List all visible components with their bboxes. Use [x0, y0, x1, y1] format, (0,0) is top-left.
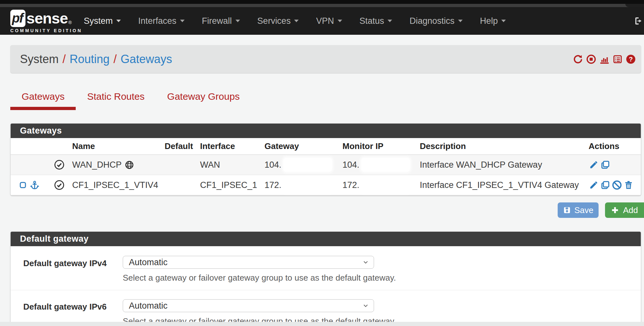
breadcrumb-gateways-link[interactable]: Gateways — [120, 52, 172, 66]
redacted-ip — [361, 178, 410, 192]
window-top-band — [0, 0, 644, 4]
menu-item-help[interactable]: Help — [471, 16, 515, 26]
default-gateway-ipv4-label: Default gateway IPv4 — [11, 256, 107, 283]
pfsense-gateways-page: pf sense ® COMMUNITY EDITION System Inte… — [0, 0, 644, 326]
menu-item-diagnostics[interactable]: Diagnostics — [401, 16, 471, 26]
logo-trademark: ® — [68, 20, 72, 25]
monitor-ip: 172. — [342, 180, 360, 190]
pfsense-logo[interactable]: pf sense ® COMMUNITY EDITION — [10, 9, 82, 33]
gateway-name: WAN_DHCP — [72, 160, 122, 170]
column-gateway: Gateway — [258, 141, 339, 151]
menu-item-system[interactable]: System — [75, 16, 130, 26]
chevron-down-icon — [362, 259, 369, 266]
chevron-down-icon — [362, 302, 369, 309]
chevron-down-icon — [235, 20, 240, 22]
redacted-ip — [284, 158, 332, 172]
page-footer-strip — [0, 322, 644, 326]
table-actions-bar: Save Add — [10, 202, 641, 218]
menu-item-vpn[interactable]: VPN — [307, 16, 351, 26]
copy-icon[interactable] — [600, 160, 610, 170]
anchor-icon — [30, 180, 40, 190]
breadcrumb-separator: / — [113, 52, 117, 66]
stop-circle-icon[interactable] — [586, 54, 596, 64]
edit-icon[interactable] — [589, 180, 599, 190]
gateway-interface: CF1_IPSEC_1 — [197, 180, 258, 190]
gateways-panel: Gateways Name Default Interface Gateway … — [10, 123, 641, 196]
browser-strip — [0, 4, 644, 7]
logo-pf-text: pf — [12, 11, 24, 25]
column-default: Default — [161, 141, 197, 151]
column-name: Name — [70, 141, 161, 151]
top-navbar: pf sense ® COMMUNITY EDITION System Inte… — [0, 7, 644, 35]
globe-icon — [125, 160, 134, 170]
gateway-description: Interface CF1_IPSEC_1_VTIV4 Gateway — [416, 180, 583, 190]
gateway-address: 172. — [264, 180, 282, 190]
delete-icon[interactable] — [623, 180, 634, 190]
table-row: WAN_DHCP WAN 104. 104. Inte — [11, 155, 641, 175]
disable-icon[interactable] — [612, 180, 622, 190]
default-gateway-ipv4-help: Select a gateway or failover gateway gro… — [123, 273, 396, 283]
breadcrumb-routing-link[interactable]: Routing — [70, 52, 110, 66]
column-interface: Interface — [197, 141, 258, 151]
column-actions: Actions — [583, 141, 641, 151]
tab-gateway-groups[interactable]: Gateway Groups — [156, 89, 251, 110]
page-content: System / Routing / Gateways — [10, 45, 641, 326]
row-checkbox-icon[interactable] — [19, 181, 27, 189]
browser-strip-corner — [625, 4, 644, 7]
log-icon[interactable] — [612, 54, 623, 64]
default-gateway-ipv6-select[interactable]: Automatic — [123, 299, 374, 312]
breadcrumb-separator: / — [62, 52, 66, 66]
page-header-icons: ? — [573, 54, 636, 64]
menu-item-firewall[interactable]: Firewall — [193, 16, 249, 26]
add-button[interactable]: Add — [605, 202, 644, 218]
save-icon — [563, 206, 571, 214]
gateway-enabled-icon — [54, 159, 65, 170]
sign-out-icon[interactable] — [633, 16, 643, 26]
menu-item-services[interactable]: Services — [249, 16, 308, 26]
default-gateway-panel: Default gateway Default gateway IPv4 Aut… — [10, 231, 641, 326]
tab-gateways[interactable]: Gateways — [10, 89, 76, 110]
gateway-address: 104. — [264, 160, 282, 170]
breadcrumb: System / Routing / Gateways — [20, 52, 573, 66]
edit-icon[interactable] — [589, 160, 599, 170]
chevron-down-icon — [338, 20, 342, 22]
gateway-name: CF1_IPSEC_1_VTIV4 — [72, 180, 158, 190]
save-button[interactable]: Save — [558, 202, 599, 218]
logo-sense-text: sense — [26, 9, 68, 27]
chevron-down-icon — [180, 20, 185, 22]
default-gateway-ipv4-row: Default gateway IPv4 Automatic Select a … — [11, 246, 641, 290]
chevron-down-icon — [294, 20, 299, 22]
chevron-down-icon — [501, 20, 506, 22]
redacted-ip — [284, 178, 332, 192]
chevron-down-icon — [388, 20, 392, 22]
gateways-panel-title: Gateways — [11, 124, 641, 138]
gateways-table-header: Name Default Interface Gateway Monitor I… — [11, 138, 641, 155]
column-monitor-ip: Monitor IP — [339, 141, 416, 151]
refresh-icon[interactable] — [573, 54, 583, 64]
breadcrumb-bar: System / Routing / Gateways — [10, 45, 641, 73]
help-icon[interactable]: ? — [626, 54, 636, 64]
tab-static-routes[interactable]: Static Routes — [76, 89, 156, 110]
logo-edition-text: COMMUNITY EDITION — [10, 28, 82, 33]
gateway-enabled-icon — [54, 180, 65, 191]
default-gateway-panel-title: Default gateway — [11, 232, 641, 246]
plus-icon — [611, 206, 619, 214]
default-gateway-ipv4-select[interactable]: Automatic — [123, 256, 374, 269]
column-description: Description — [416, 141, 583, 151]
menu-item-status[interactable]: Status — [351, 16, 401, 26]
chevron-down-icon — [458, 20, 463, 22]
copy-icon[interactable] — [600, 180, 610, 190]
default-gateway-ipv6-row: Default gateway IPv6 Automatic Select a … — [11, 290, 641, 326]
main-menu: System Interfaces Firewall Services VPN … — [75, 7, 514, 35]
chart-icon[interactable] — [599, 54, 610, 64]
menu-item-interfaces[interactable]: Interfaces — [130, 16, 193, 26]
table-row: CF1_IPSEC_1_VTIV4 CF1_IPSEC_1 172. 172. … — [11, 175, 641, 195]
svg-text:?: ? — [629, 56, 633, 63]
breadcrumb-system: System — [20, 52, 59, 66]
gateway-interface: WAN — [197, 160, 258, 170]
monitor-ip: 104. — [342, 160, 360, 170]
pfsense-logo-pf-box: pf — [10, 10, 25, 27]
redacted-ip — [361, 158, 410, 172]
gateway-description: Interface WAN_DHCP Gateway — [416, 160, 583, 170]
routing-tabs: Gateways Static Routes Gateway Groups — [10, 89, 641, 110]
